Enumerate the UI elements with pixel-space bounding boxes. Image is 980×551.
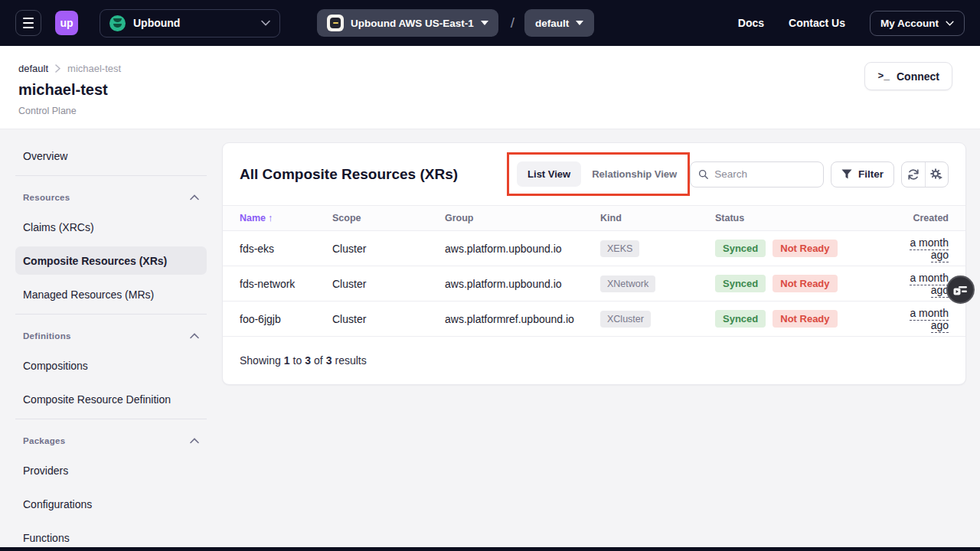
refresh-icon (907, 168, 920, 181)
table-row[interactable]: fds-network Cluster aws.platform.upbound… (223, 266, 965, 302)
column-header-created[interactable]: Created (899, 213, 965, 223)
cell-group: aws.platform.upbound.io (445, 243, 600, 255)
table-row[interactable]: foo-6jgjb Cluster aws.platformref.upboun… (223, 302, 965, 337)
page-title: michael-test (18, 81, 952, 99)
refresh-button[interactable] (902, 162, 925, 187)
sidebar-divider (15, 175, 207, 176)
cell-created: a month ago (899, 236, 965, 261)
cell-name[interactable]: fds-network (223, 278, 332, 290)
search-input[interactable] (714, 168, 815, 180)
namespace-selector[interactable]: default (524, 9, 594, 37)
filter-button-label: Filter (858, 168, 884, 180)
cell-kind: XEKS (600, 240, 715, 257)
cell-group: aws.platformref.upbound.io (445, 313, 600, 325)
list-view-tab[interactable]: List View (517, 161, 581, 187)
breadcrumb-separator: / (511, 15, 514, 31)
gear-play-icon (930, 168, 943, 181)
chevron-up-icon (190, 333, 199, 339)
bottom-edge-bar (0, 547, 980, 551)
sidebar: Overview Resources Claims (XRCs) Composi… (15, 129, 207, 551)
column-header-scope[interactable]: Scope (332, 213, 445, 223)
summary-text: results (335, 354, 366, 367)
annotation-highlight-box: List View Relationship View (507, 152, 690, 196)
table-row[interactable]: fds-eks Cluster aws.platform.upbound.io … (223, 231, 965, 266)
relative-time[interactable]: a month ago (910, 236, 949, 262)
changelog-icon (953, 285, 968, 295)
sidebar-divider (15, 314, 207, 315)
connect-button-label: Connect (897, 70, 939, 83)
table-results-summary: Showing 1 to 3 of 3 results (223, 337, 965, 384)
relationship-view-tab[interactable]: Relationship View (589, 161, 680, 187)
upbound-logo[interactable]: up (55, 11, 78, 35)
cell-status: Synced Not Ready (715, 275, 899, 292)
dropdown-triangle-icon (481, 21, 488, 25)
summary-from: 1 (284, 354, 290, 367)
column-header-name[interactable]: Name ↑ (223, 213, 332, 223)
sidebar-item-compositions[interactable]: Compositions (15, 351, 207, 380)
page-subtitle: Control Plane (18, 106, 952, 116)
cell-scope: Cluster (332, 243, 445, 255)
breadcrumb-parent[interactable]: default (18, 63, 48, 74)
search-box (690, 161, 824, 187)
not-ready-status-badge: Not Ready (773, 310, 837, 328)
summary-text: to (293, 354, 302, 367)
sidebar-section-resources[interactable]: Resources (15, 186, 207, 209)
cell-name[interactable]: foo-6jgjb (223, 313, 332, 325)
kind-badge: XNetwork (600, 276, 655, 292)
docs-link[interactable]: Docs (738, 17, 764, 29)
chevron-down-icon (946, 21, 954, 26)
control-plane-group-name: Upbound AWS US-East-1 (351, 18, 474, 29)
column-header-status[interactable]: Status (715, 213, 899, 223)
namespace-name: default (535, 18, 569, 29)
sidebar-section-title: Definitions (23, 331, 71, 341)
kind-badge: XCluster (600, 311, 651, 328)
table-actions-group (901, 161, 949, 187)
my-account-label: My Account (880, 18, 939, 29)
filter-button[interactable]: Filter (831, 161, 894, 187)
sidebar-section-definitions[interactable]: Definitions (15, 324, 207, 347)
summary-to: 3 (305, 354, 311, 367)
cell-status: Synced Not Ready (715, 310, 899, 328)
summary-text: of (314, 354, 323, 367)
table-header-row: Name ↑ Scope Group Kind Status Created (223, 205, 965, 231)
chevron-down-icon (261, 20, 270, 26)
kind-badge: XEKS (600, 240, 639, 257)
breadcrumb-chevron-icon (55, 64, 60, 73)
filter-funnel-icon (841, 169, 852, 179)
sidebar-item-providers[interactable]: Providers (15, 456, 207, 484)
sidebar-item-overview[interactable]: Overview (15, 142, 207, 170)
chevron-up-icon (190, 438, 199, 444)
contact-us-link[interactable]: Contact Us (789, 17, 845, 29)
sidebar-section-title: Packages (23, 436, 65, 445)
cell-status: Synced Not Ready (715, 240, 899, 257)
cell-kind: XCluster (600, 311, 715, 328)
organization-selector[interactable]: Upbound (100, 9, 280, 37)
panel-header: All Composite Resources (XRs) List View … (223, 143, 965, 205)
control-plane-group-selector[interactable]: Upbound AWS US-East-1 (317, 9, 498, 37)
sidebar-item-claims[interactable]: Claims (XRCs) (15, 213, 207, 241)
sidebar-section-packages[interactable]: Packages (15, 429, 207, 452)
organization-name: Upbound (133, 17, 253, 29)
auto-refresh-settings-button[interactable] (925, 162, 948, 187)
my-account-button[interactable]: My Account (870, 11, 965, 36)
sidebar-item-configurations[interactable]: Configurations (15, 490, 207, 518)
column-header-group[interactable]: Group (445, 213, 600, 223)
column-label: Name (240, 213, 266, 223)
synced-status-badge: Synced (715, 310, 766, 328)
sort-arrow-icon: ↑ (268, 213, 273, 223)
terminal-icon: >_ (877, 70, 890, 82)
sidebar-item-composite-resources[interactable]: Composite Resources (XRs) (15, 246, 207, 275)
breadcrumb-current: michael-test (67, 63, 121, 74)
sidebar-item-composite-resource-definition[interactable]: Composite Resource Definition (15, 385, 207, 413)
relative-time[interactable]: a month ago (910, 307, 949, 333)
cell-kind: XNetwork (600, 276, 715, 292)
sidebar-item-managed-resources[interactable]: Managed Resources (MRs) (15, 280, 207, 308)
sidebar-divider (15, 419, 207, 419)
hamburger-menu-button[interactable] (15, 10, 41, 36)
resource-center-widget-button[interactable] (946, 276, 975, 304)
connect-button[interactable]: >_ Connect (864, 62, 952, 90)
cell-name[interactable]: fds-eks (223, 243, 332, 255)
panel-title: All Composite Resources (XRs) (240, 166, 458, 183)
relative-time[interactable]: a month ago (910, 272, 949, 298)
column-header-kind[interactable]: Kind (600, 213, 715, 223)
